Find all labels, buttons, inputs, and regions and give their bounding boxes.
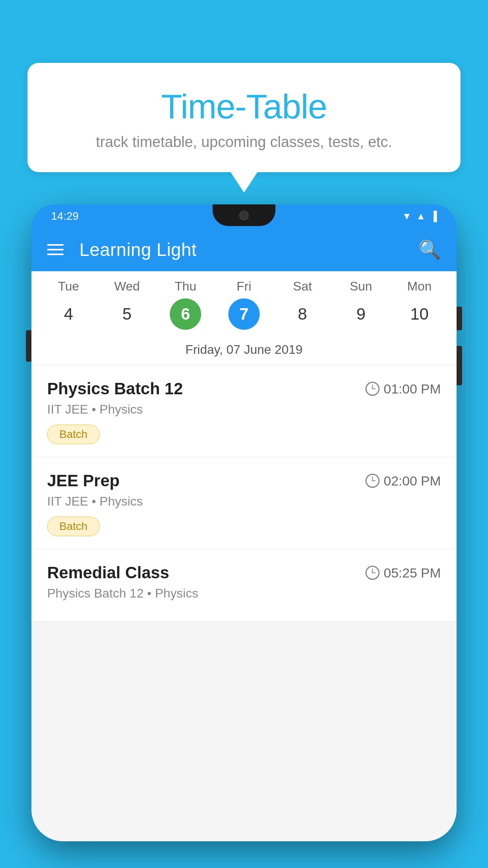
day-number: 9 — [345, 298, 377, 330]
schedule-item-header: JEE Prep02:00 PM — [47, 471, 441, 490]
day-name: Tue — [58, 279, 79, 294]
day-number: 8 — [287, 298, 318, 330]
day-name: Sun — [350, 279, 372, 294]
schedule-title: JEE Prep — [47, 471, 119, 490]
day-col-wed[interactable]: Wed5 — [101, 279, 152, 330]
day-col-fri[interactable]: Fri7 — [218, 279, 270, 330]
speech-bubble: Time-Table track timetable, upcoming cla… — [28, 63, 460, 172]
batch-badge: Batch — [47, 425, 100, 444]
time-text: 05:25 PM — [383, 565, 441, 581]
schedule-meta: Physics Batch 12 • Physics — [47, 586, 441, 601]
day-name: Fri — [237, 279, 251, 294]
schedule-title: Physics Batch 12 — [47, 379, 183, 398]
day-name: Sat — [293, 279, 312, 294]
calendar-strip: Tue4Wed5Thu6Fri7Sat8Sun9Mon10 Friday, 07… — [31, 271, 457, 365]
app-title: Learning Light — [79, 239, 403, 260]
app-bar: Learning Light 🔍 — [31, 228, 457, 271]
day-name: Wed — [114, 279, 140, 294]
day-number: 5 — [111, 298, 143, 330]
phone-container: 14:29 ▼ ▲ ▐ Learning Light 🔍 — [31, 204, 457, 868]
status-icons: ▼ ▲ ▐ — [402, 211, 437, 222]
day-number: 10 — [404, 298, 435, 330]
schedule-meta: IIT JEE • Physics — [47, 402, 441, 417]
camera — [239, 211, 249, 220]
schedule-item[interactable]: Remedial Class05:25 PMPhysics Batch 12 •… — [31, 549, 457, 622]
day-col-mon[interactable]: Mon10 — [394, 279, 445, 330]
bubble-subtitle: track timetable, upcoming classes, tests… — [51, 134, 437, 151]
day-number: 6 — [170, 298, 201, 330]
speech-bubble-container: Time-Table track timetable, upcoming cla… — [28, 63, 460, 172]
search-button[interactable]: 🔍 — [418, 239, 441, 260]
time-text: 01:00 PM — [383, 381, 441, 397]
status-bar: 14:29 ▼ ▲ ▐ — [31, 204, 457, 228]
schedule-item[interactable]: JEE Prep02:00 PMIIT JEE • PhysicsBatch — [31, 457, 457, 549]
phone-frame: 14:29 ▼ ▲ ▐ Learning Light 🔍 — [31, 204, 457, 841]
clock-icon — [365, 382, 380, 396]
day-number: 4 — [53, 298, 84, 330]
signal-icon: ▲ — [416, 211, 426, 222]
day-name: Thu — [175, 279, 196, 294]
phone-screen: Learning Light 🔍 Tue4Wed5Thu6Fri7Sat8Sun… — [31, 228, 457, 841]
day-col-tue[interactable]: Tue4 — [43, 279, 94, 330]
days-header: Tue4Wed5Thu6Fri7Sat8Sun9Mon10 — [31, 279, 457, 336]
bubble-title: Time-Table — [51, 86, 437, 127]
schedule-title: Remedial Class — [47, 563, 169, 582]
side-button-left — [26, 330, 31, 362]
wifi-icon: ▼ — [402, 211, 411, 222]
schedule-item-header: Physics Batch 1201:00 PM — [47, 379, 441, 398]
clock-icon — [365, 474, 380, 488]
hamburger-menu-button[interactable] — [47, 244, 64, 255]
notch — [213, 204, 275, 226]
day-number: 7 — [228, 298, 260, 330]
selected-date-label: Friday, 07 June 2019 — [31, 336, 457, 365]
schedule-item[interactable]: Physics Batch 1201:00 PMIIT JEE • Physic… — [31, 365, 457, 457]
schedule-meta: IIT JEE • Physics — [47, 494, 441, 509]
side-button-right-top — [457, 307, 462, 330]
day-col-thu[interactable]: Thu6 — [160, 279, 211, 330]
status-time: 14:29 — [51, 210, 79, 223]
day-col-sat[interactable]: Sat8 — [277, 279, 328, 330]
schedule-list: Physics Batch 1201:00 PMIIT JEE • Physic… — [31, 365, 457, 622]
day-name: Mon — [407, 279, 431, 294]
side-button-right-bottom — [457, 346, 462, 385]
schedule-time: 02:00 PM — [365, 473, 441, 489]
clock-icon — [365, 566, 380, 580]
schedule-time: 01:00 PM — [365, 381, 441, 397]
schedule-time: 05:25 PM — [365, 565, 441, 581]
battery-icon: ▐ — [430, 211, 437, 222]
time-text: 02:00 PM — [383, 473, 441, 489]
day-col-sun[interactable]: Sun9 — [336, 279, 387, 330]
batch-badge: Batch — [47, 517, 100, 536]
schedule-item-header: Remedial Class05:25 PM — [47, 563, 441, 582]
